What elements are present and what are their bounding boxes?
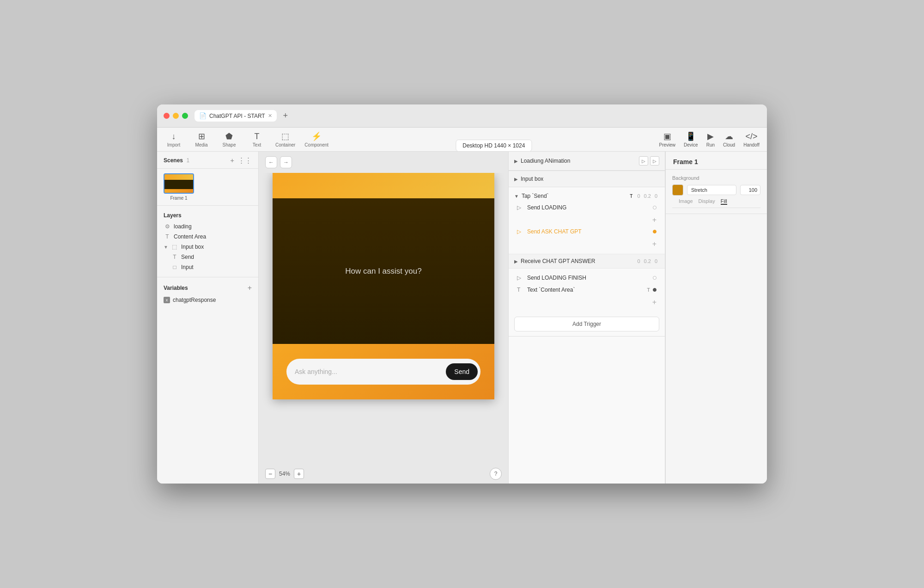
help-button[interactable]: ?	[490, 468, 502, 480]
display-select[interactable]: Stretch	[687, 185, 736, 195]
device-icon: 📱	[686, 131, 696, 141]
loading-animation-title: Loadiung ANimation	[521, 158, 636, 164]
add-variable-button[interactable]: +	[248, 284, 252, 292]
receive-chatgpt-block: ▷ Send LOADING FINISH T Text `Content Ar…	[509, 269, 665, 312]
zoom-out-button[interactable]: −	[265, 469, 275, 479]
image-tab[interactable]: Image	[679, 198, 693, 205]
display-tab[interactable]: Display	[699, 198, 715, 205]
layer-item-content-area[interactable]: T Content Area	[157, 232, 258, 242]
receive-chatgpt-label: Receive CHAT GPT ANSWER	[521, 258, 632, 264]
input-box-design: Ask anything... Send	[286, 359, 480, 385]
variable-item-chatgpt[interactable]: x chatgptResponse	[157, 295, 258, 305]
background-label: Background	[672, 175, 760, 181]
prop-tabs: Image Display Fill	[672, 196, 760, 208]
left-panel: Scenes 1 + ⋮⋮ Frame 1	[157, 152, 259, 484]
text-icon: T	[255, 132, 260, 141]
layer-item-input-box[interactable]: ▼ ⬚ Input box	[157, 242, 258, 252]
minimize-button[interactable]	[173, 113, 179, 119]
variables-title: Variables	[164, 285, 188, 291]
run-label: Run	[706, 142, 715, 147]
add-trigger-button[interactable]: Add Trigger	[514, 317, 659, 331]
layer-item-send[interactable]: T Send	[157, 252, 258, 262]
receive-chatgpt-nums: 0 0.2 0	[635, 258, 659, 264]
shape-label: Shape	[223, 142, 236, 147]
layer-item-loading[interactable]: ⚙ loading	[157, 221, 258, 232]
run-tool[interactable]: ▶ Run	[706, 131, 715, 147]
tap-send-block: ▼ Tap `Send` T 0 0.2 0 ▷ Send LOADING	[509, 187, 665, 254]
right-panel: Frame 1 Background Stretch 100 Image Dis…	[665, 152, 767, 484]
add-receive-action-button[interactable]: +	[650, 297, 659, 307]
variables-header: Variables +	[157, 282, 258, 295]
add-action-button[interactable]: +	[650, 215, 659, 225]
zoom-in-button[interactable]: +	[294, 469, 304, 479]
device-tool[interactable]: 📱 Device	[684, 131, 698, 147]
send-loading-action[interactable]: ▷ Send LOADING	[514, 202, 659, 213]
send-loading-finish-icon: ▷	[517, 275, 524, 281]
text-label: Text	[253, 142, 261, 147]
zoom-value: 54%	[279, 471, 290, 477]
new-tab-button[interactable]: +	[280, 110, 292, 122]
media-label: Media	[195, 142, 207, 147]
shape-tool[interactable]: ⬟ Shape	[220, 131, 238, 147]
design-frame: How can I assist you? Ask anything... Se…	[273, 173, 494, 399]
media-tool[interactable]: ⊞ Media	[192, 131, 211, 147]
receive-chatgpt-header[interactable]: ▶ Receive CHAT GPT ANSWER 0 0.2 0	[509, 254, 665, 269]
nav-forward-button[interactable]: →	[280, 156, 292, 168]
loading-anim-action-1[interactable]: ▷	[639, 156, 648, 165]
component-label: Component	[304, 142, 328, 147]
add-receive-action-row: +	[514, 296, 659, 308]
container-label: Container	[275, 142, 295, 147]
close-button[interactable]	[164, 113, 170, 119]
component-tool[interactable]: ⚡ Component	[304, 131, 328, 147]
scenes-header: Scenes 1 + ⋮⋮	[157, 152, 258, 169]
text-content-t: T	[647, 287, 650, 293]
import-tool[interactable]: ↓ Import	[164, 132, 183, 147]
loading-animation-header[interactable]: ▶ Loadiung ANimation ▷ ▷	[509, 152, 665, 171]
send-ask-icon: ▷	[517, 228, 524, 235]
maximize-button[interactable]	[182, 113, 188, 119]
scene-thumb-preview	[164, 173, 194, 194]
tab-close-icon[interactable]: ✕	[268, 113, 272, 119]
frame-main-content: How can I assist you?	[273, 198, 494, 344]
handoff-tool[interactable]: </> Handoff	[743, 132, 760, 147]
frame-footer: Ask anything... Send	[273, 344, 494, 399]
send-loading-finish-action[interactable]: ▷ Send LOADING FINISH	[514, 272, 659, 283]
input-box-logic-title: Input box	[521, 176, 659, 182]
fill-tab[interactable]: Fill	[721, 198, 727, 205]
text-content-area-label: Text `Content Area`	[527, 287, 644, 293]
input-box-logic-header[interactable]: ▶ Input box	[509, 171, 665, 187]
scenes-list-icon[interactable]: ⋮⋮	[238, 156, 252, 165]
input-box-layer-icon: ⬚	[171, 244, 178, 250]
cloud-tool[interactable]: ☁ Cloud	[723, 131, 735, 147]
canvas-nav: ← →	[259, 152, 508, 173]
send-ask-action[interactable]: ▷ Send ASK CHAT GPT	[514, 226, 659, 237]
tap-send-nums: 0 0.2 0	[635, 193, 659, 199]
preview-tool[interactable]: ▣ Preview	[659, 131, 676, 147]
add-action-button-2[interactable]: +	[650, 239, 659, 249]
zoom-controls: − 54% +	[265, 469, 304, 479]
add-scene-button[interactable]: +	[230, 156, 234, 165]
preview-icon: ▣	[663, 131, 671, 141]
layer-item-input[interactable]: □ Input	[157, 262, 258, 272]
text-tool[interactable]: T Text	[248, 132, 266, 147]
container-tool[interactable]: ⬚ Container	[275, 131, 295, 147]
variable-icon: x	[164, 297, 170, 303]
background-color-swatch[interactable]	[672, 184, 683, 196]
tap-send-arrow: ▼	[514, 194, 519, 199]
receive-chatgpt-arrow: ▶	[514, 259, 518, 264]
variable-label: chatgptResponse	[173, 297, 216, 303]
traffic-lights	[164, 113, 188, 119]
input-placeholder[interactable]: Ask anything...	[295, 368, 442, 375]
send-ask-dot	[653, 230, 657, 233]
scene-thumbnail[interactable]: Frame 1	[164, 173, 194, 201]
nav-back-button[interactable]: ←	[265, 156, 277, 168]
text-content-area-action[interactable]: T Text `Content Area` T	[514, 284, 659, 295]
frame-title: Frame 1	[666, 152, 767, 170]
loading-anim-action-2[interactable]: ▷	[650, 156, 659, 165]
tap-send-t-icon: T	[630, 194, 632, 199]
loading-layer-icon: ⚙	[164, 223, 171, 230]
fill-value[interactable]: 100	[740, 185, 760, 195]
send-button-design[interactable]: Send	[446, 363, 478, 380]
active-tab[interactable]: 📄 ChatGPT API - START ✕	[195, 110, 277, 122]
canvas-viewport[interactable]: How can I assist you? Ask anything... Se…	[259, 173, 508, 464]
